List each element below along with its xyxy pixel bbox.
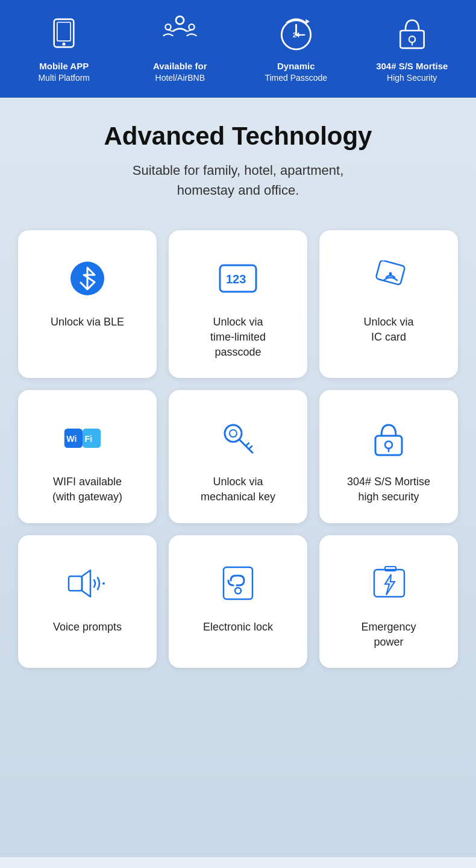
main-content: Advanced Technology Suitable for family,… bbox=[0, 98, 476, 857]
phone-icon bbox=[43, 12, 85, 54]
key-icon bbox=[214, 414, 262, 462]
feature-card-voice: Voice prompts bbox=[18, 535, 157, 668]
feature-card-passcode: 123 Unlock viatime-limitedpasscode bbox=[169, 230, 307, 379]
svg-rect-1 bbox=[57, 22, 70, 41]
header-available-subtitle: Hotel/AirBNB bbox=[155, 72, 205, 83]
svg-point-3 bbox=[176, 16, 184, 24]
electronic-icon bbox=[214, 559, 262, 608]
wifi-badge-icon: Wi Fi bbox=[63, 414, 111, 462]
features-grid: Unlock via BLE 123 Unlock viatime-limite… bbox=[18, 230, 458, 668]
keypad-icon: 123 bbox=[214, 254, 262, 303]
svg-point-26 bbox=[230, 430, 237, 437]
header-available-title: Available for bbox=[153, 60, 207, 72]
header-banner: Mobile APP Multi Platform Available for … bbox=[0, 0, 476, 98]
svg-point-31 bbox=[385, 441, 392, 448]
feature-card-mortise: 304# S/S Mortisehigh security bbox=[319, 390, 458, 523]
svg-line-28 bbox=[246, 443, 249, 446]
feature-label-voice: Voice prompts bbox=[53, 620, 122, 635]
header-dynamic-title: Dynamic bbox=[277, 60, 315, 72]
svg-line-7 bbox=[187, 30, 192, 31]
svg-point-5 bbox=[189, 24, 195, 30]
feature-label-mortise: 304# S/S Mortisehigh security bbox=[347, 474, 430, 505]
svg-text:24: 24 bbox=[293, 32, 300, 39]
header-mortise-subtitle: High Security bbox=[387, 72, 437, 83]
feature-card-electronic: Electronic lock bbox=[169, 535, 307, 668]
feature-label-electronic: Electronic lock bbox=[203, 620, 273, 635]
svg-text:123: 123 bbox=[226, 272, 246, 286]
lock-mortise-icon bbox=[391, 12, 433, 54]
ic-card-icon bbox=[365, 254, 413, 303]
feature-label-power: Emergencypower bbox=[361, 620, 416, 650]
svg-text:Fi: Fi bbox=[85, 434, 93, 444]
svg-text:Wi: Wi bbox=[66, 434, 77, 444]
svg-point-20 bbox=[389, 272, 392, 275]
svg-point-2 bbox=[63, 42, 66, 45]
timer-icon: 24 bbox=[275, 12, 317, 54]
power-icon bbox=[365, 559, 413, 608]
bluetooth-icon bbox=[63, 254, 111, 303]
svg-point-12 bbox=[409, 36, 415, 42]
speaker-icon bbox=[63, 559, 111, 608]
svg-line-29 bbox=[249, 446, 252, 449]
header-mortise-title: 304# S/S Mortise bbox=[376, 60, 448, 72]
svg-point-4 bbox=[166, 24, 171, 30]
svg-rect-33 bbox=[69, 576, 82, 591]
header-mobile-app-title: Mobile APP bbox=[39, 60, 89, 72]
header-mobile-app-subtitle: Multi Platform bbox=[38, 72, 90, 83]
header-item-available-for: Available for Hotel/AirBNB bbox=[122, 12, 239, 83]
hotel-icon bbox=[159, 12, 201, 54]
svg-point-36 bbox=[235, 588, 241, 594]
padlock-icon bbox=[365, 414, 413, 462]
feature-label-passcode: Unlock viatime-limitedpasscode bbox=[210, 315, 266, 360]
svg-line-6 bbox=[168, 30, 172, 31]
header-item-mobile-app: Mobile APP Multi Platform bbox=[6, 12, 122, 83]
feature-card-ic-card: Unlock viaIC card bbox=[319, 230, 458, 379]
feature-label-ble: Unlock via BLE bbox=[51, 315, 124, 330]
svg-marker-9 bbox=[305, 19, 310, 24]
feature-card-power: Emergencypower bbox=[319, 535, 458, 668]
feature-card-key: Unlock viamechanical key bbox=[169, 390, 307, 523]
header-dynamic-subtitle: Timed Passcode bbox=[265, 72, 327, 83]
svg-point-34 bbox=[102, 582, 105, 585]
feature-label-wifi: WIFI available(with gateway) bbox=[52, 474, 122, 505]
feature-card-ble: Unlock via BLE bbox=[18, 230, 157, 379]
feature-card-wifi: Wi Fi WIFI available(with gateway) bbox=[18, 390, 157, 523]
section-subtitle: Suitable for family, hotel, apartment,ho… bbox=[18, 160, 458, 200]
header-item-mortise: 304# S/S Mortise High Security bbox=[354, 12, 471, 83]
feature-label-ic-card: Unlock viaIC card bbox=[363, 315, 413, 345]
section-title: Advanced Technology bbox=[18, 122, 458, 151]
feature-label-key: Unlock viamechanical key bbox=[201, 474, 275, 505]
header-item-dynamic: 24 Dynamic Timed Passcode bbox=[238, 12, 354, 83]
